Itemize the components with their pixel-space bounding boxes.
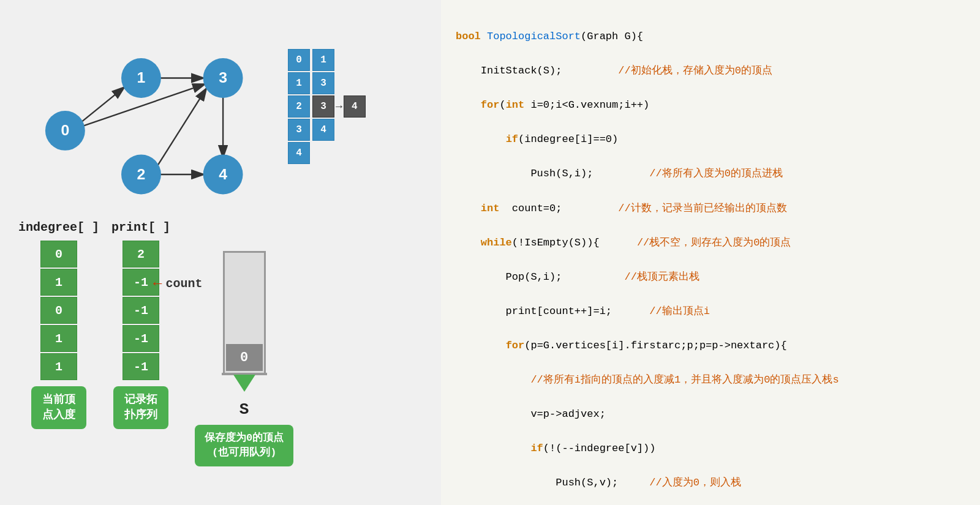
code-line-1: InitStack(S); //初始化栈，存储入度为0的顶点	[456, 62, 965, 80]
stack-label: S	[239, 400, 249, 419]
adj-index-4: 4	[288, 142, 310, 164]
adj-value-row-4	[312, 142, 366, 164]
adj-list-container: 0 1 2 3 4 1 3 3 → 4	[288, 49, 410, 165]
print-label: print[ ]	[111, 220, 170, 234]
stack-pointer	[233, 375, 255, 392]
stack-body: 0	[223, 251, 266, 373]
stack-desc: 保存度为0的顶点(也可用队列)	[195, 425, 293, 466]
left-panel: 0 1 2 3 4 0 1 2 3 4 1	[0, 0, 441, 505]
print-cell-4: -1	[123, 353, 159, 380]
indegree-section: indegree[ ] 0 1 0 1 1 当前顶点入度	[18, 220, 99, 429]
adj-value-row-3: 4	[312, 119, 366, 141]
code-block: bool TopologicalSort(Graph G){ InitStack…	[456, 11, 965, 505]
indegree-cells: 0 1 0 1 1	[40, 241, 77, 380]
print-cell-0: 2	[123, 241, 159, 267]
adj-value-row-0: 1	[312, 49, 366, 71]
svg-text:3: 3	[219, 69, 227, 86]
adj-index-0: 0	[288, 49, 310, 71]
graph-section: 0 1 2 3 4	[18, 12, 276, 208]
print-section: print[ ] 2 -1 -1 -1 -1 记录拓扑序列	[111, 220, 170, 429]
code-line-12: if(!(--indegree[v]))	[456, 440, 965, 457]
svg-text:2: 2	[137, 166, 146, 182]
adj-index-1: 1	[288, 72, 310, 94]
count-indicator: ← count	[153, 275, 202, 292]
indegree-label: indegree[ ]	[18, 220, 99, 234]
print-cell-3: -1	[123, 325, 159, 352]
code-line-7: Pop(S,i); //栈顶元素出栈	[456, 269, 965, 286]
svg-line-1	[81, 87, 125, 122]
indegree-cell-0: 0	[40, 241, 77, 267]
adj-value-row-1: 3	[312, 72, 366, 94]
print-desc: 记录拓扑序列	[113, 386, 168, 429]
right-panel: bool TopologicalSort(Graph G){ InitStack…	[441, 0, 980, 505]
adj-index-col: 0 1 2 3 4	[288, 49, 310, 165]
code-line-3: if(indegree[i]==0)	[456, 131, 965, 148]
code-line-9: for(p=G.vertices[i].firstarc;p;p=p->next…	[456, 337, 965, 354]
code-line-10: //将所有i指向的顶点的入度减1，并且将入度减为0的顶点压入栈s	[456, 372, 965, 389]
code-line-13: Push(S,v); //入度为0，则入栈	[456, 474, 965, 492]
adj-val-2-0: 3	[312, 95, 334, 118]
svg-text:0: 0	[61, 122, 69, 138]
count-label: count	[165, 277, 202, 291]
svg-text:4: 4	[219, 166, 227, 182]
stack-element-0: 0	[226, 344, 263, 371]
adj-index-3: 3	[288, 119, 310, 141]
indegree-cell-4: 1	[40, 353, 77, 380]
adj-values-col: 1 3 3 → 4 4	[312, 49, 366, 165]
code-line-8: print[count++]=i; //输出顶点i	[456, 303, 965, 320]
adj-val-0-0: 1	[312, 49, 334, 71]
code-line-11: v=p->adjvex;	[456, 406, 965, 423]
stack-section: 0 S 保存度为0的顶点(也可用队列)	[195, 220, 293, 466]
indegree-cell-3: 1	[40, 325, 77, 352]
graph-svg: 0 1 2 3 4	[18, 12, 276, 208]
indegree-cell-2: 0	[40, 297, 77, 324]
stack-container: 0	[217, 251, 272, 398]
indegree-cell-1: 1	[40, 269, 77, 296]
print-cells: 2 -1 -1 -1 -1	[123, 241, 159, 380]
print-count-area: print[ ] 2 -1 -1 -1 -1 记录拓扑序列 ← count	[111, 220, 170, 429]
adj-index-2: 2	[288, 95, 310, 118]
adj-val-1-0: 3	[312, 72, 334, 94]
bottom-section: indegree[ ] 0 1 0 1 1 当前顶点入度 print[ ] 2 …	[18, 220, 435, 466]
code-line-2: for(int i=0;i<G.vexnum;i++)	[456, 97, 965, 114]
adj-val-3-0: 4	[312, 119, 334, 141]
svg-text:1: 1	[137, 69, 146, 86]
code-line-4: Push(S,i); //将所有入度为0的顶点进栈	[456, 165, 965, 182]
code-line-5: int count=0; //计数，记录当前已经输出的顶点数	[456, 200, 965, 217]
svg-line-4	[157, 88, 206, 166]
indegree-desc: 当前顶点入度	[31, 386, 86, 429]
adj-val-2-1: 4	[344, 95, 366, 118]
adj-list-section: 0 1 2 3 4 1 3 3 → 4	[288, 49, 410, 165]
code-line-6: while(!IsEmpty(S)){ //栈不空，则存在入度为0的顶点	[456, 234, 965, 252]
print-cell-2: -1	[123, 297, 159, 324]
count-arrow-icon: ←	[153, 275, 162, 292]
adj-value-row-2: 3 → 4	[312, 95, 366, 118]
adj-arrow-2: →	[336, 100, 342, 113]
code-line-0: bool TopologicalSort(Graph G){	[456, 28, 965, 45]
